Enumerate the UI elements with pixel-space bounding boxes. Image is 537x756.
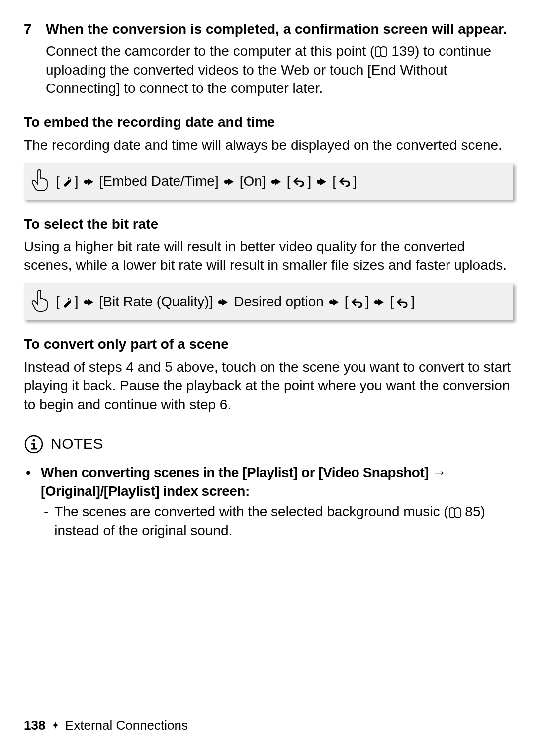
info-icon	[24, 434, 44, 454]
svg-point-5	[84, 300, 88, 304]
page-footer: 138 ✦ External Connections	[24, 717, 188, 734]
text: [	[287, 170, 291, 193]
text: ]	[75, 291, 79, 313]
note-sub-text: The scenes are converted with the select…	[54, 503, 513, 540]
section-part-para: Instead of steps 4 and 5 above, touch on…	[24, 358, 513, 414]
return-icon	[351, 291, 363, 313]
page-number: 138	[24, 718, 45, 733]
proceed-arrow-icon	[326, 291, 343, 313]
section-part-title: To convert only part of a scene	[24, 335, 513, 354]
section-embed-para: The recording date and time will always …	[24, 136, 513, 155]
section-name: External Connections	[65, 718, 188, 733]
svg-point-3	[271, 180, 275, 184]
svg-point-7	[329, 300, 333, 304]
proceed-arrow-icon	[371, 291, 388, 313]
text: The scenes are converted with the select…	[54, 504, 448, 519]
wrench-icon	[62, 291, 73, 313]
manual-ref-icon	[448, 504, 461, 519]
section-bitrate-para: Using a higher bit rate will result in b…	[24, 237, 513, 275]
return-icon	[396, 291, 409, 313]
procedure-steps: [] [Embed Date/Time] [On] [] []	[56, 169, 357, 193]
arrow-icon: →	[432, 465, 446, 480]
note-sub-bullet: - The scenes are converted with the sele…	[44, 503, 513, 540]
svg-point-2	[224, 180, 228, 184]
bullet-dot: •	[26, 463, 35, 501]
procedure-box-embed: [] [Embed Date/Time] [On] [] []	[24, 163, 513, 200]
svg-rect-13	[31, 448, 37, 450]
note-text: When converting scenes in the [Playlist]…	[41, 463, 513, 501]
proceed-arrow-icon	[221, 170, 238, 193]
text: [	[332, 170, 336, 193]
proceed-arrow-icon	[81, 291, 97, 313]
svg-point-1	[84, 180, 88, 184]
svg-point-4	[317, 180, 321, 184]
text: Connect the camcorder to the computer at…	[46, 43, 374, 59]
step-title: When the conversion is completed, a conf…	[46, 20, 507, 39]
text: [On]	[240, 170, 266, 193]
proceed-arrow-icon	[81, 170, 97, 193]
touch-icon	[31, 290, 49, 312]
step-body: Connect the camcorder to the computer at…	[46, 42, 513, 98]
text: [	[56, 291, 60, 313]
diamond-icon: ✦	[49, 720, 62, 731]
note-bullet: • When converting scenes in the [Playlis…	[26, 463, 513, 501]
procedure-box-bitrate: [] [Bit Rate (Quality)] Desired option […	[24, 283, 513, 320]
notes-label: NOTES	[51, 434, 103, 454]
return-icon	[292, 170, 305, 193]
svg-point-8	[374, 300, 378, 304]
proceed-arrow-icon	[313, 170, 330, 193]
svg-point-6	[218, 300, 222, 304]
text: ]	[353, 170, 357, 193]
notes-header: NOTES	[24, 434, 513, 454]
text: [	[56, 170, 60, 193]
text: [	[390, 291, 394, 313]
text: ]	[365, 291, 369, 313]
manual-ref-icon	[374, 43, 387, 59]
text: ]	[411, 291, 415, 313]
text: [	[345, 291, 349, 313]
text: Desired option	[234, 291, 324, 313]
text: ]	[307, 170, 311, 193]
section-bitrate-title: To select the bit rate	[24, 215, 513, 234]
step-number: 7	[24, 20, 38, 39]
wrench-icon	[62, 170, 73, 193]
return-icon	[338, 170, 351, 193]
proceed-arrow-icon	[268, 170, 285, 193]
proceed-arrow-icon	[215, 291, 232, 313]
text: ]	[75, 170, 79, 193]
text: [Bit Rate (Quality)]	[99, 291, 213, 313]
text: [Original]/[Playlist] index screen:	[41, 483, 250, 499]
svg-point-10	[32, 439, 35, 441]
text: [Embed Date/Time]	[99, 170, 219, 193]
section-embed-title: To embed the recording date and time	[24, 113, 513, 132]
text: When converting scenes in the [Playlist]…	[41, 465, 432, 480]
dash-icon: -	[44, 503, 48, 540]
touch-icon	[31, 169, 49, 191]
procedure-steps: [] [Bit Rate (Quality)] Desired option […	[56, 290, 415, 313]
